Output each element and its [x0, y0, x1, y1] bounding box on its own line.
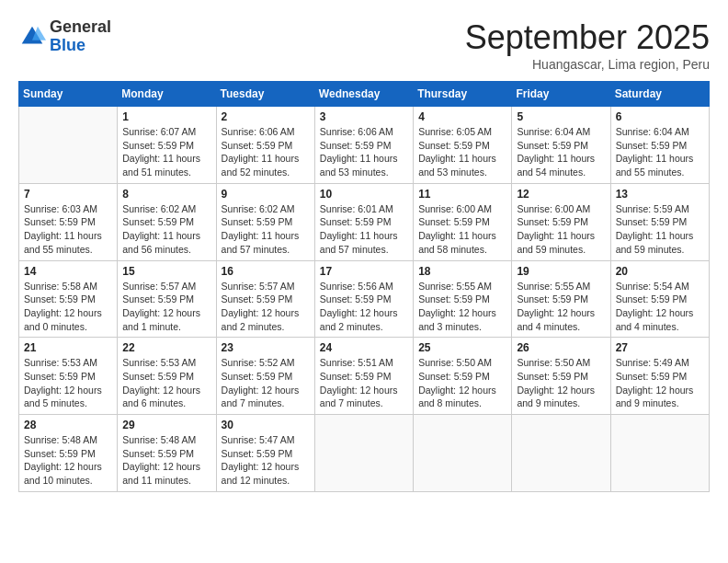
day-number: 16 — [222, 265, 310, 278]
day-number: 6 — [616, 110, 704, 123]
day-cell: 13Sunrise: 5:59 AMSunset: 5:59 PMDayligh… — [610, 183, 709, 260]
header-cell-friday: Friday — [512, 82, 610, 107]
day-info: Sunrise: 5:50 AMSunset: 5:59 PMDaylight:… — [517, 356, 605, 410]
calendar-table: SundayMondayTuesdayWednesdayThursdayFrid… — [18, 81, 710, 492]
header-cell-sunday: Sunday — [19, 82, 118, 107]
day-number: 22 — [122, 341, 210, 354]
day-info: Sunrise: 5:55 AMSunset: 5:59 PMDaylight:… — [418, 280, 506, 334]
day-number: 7 — [24, 188, 112, 201]
day-info: Sunrise: 5:51 AMSunset: 5:59 PMDaylight:… — [320, 356, 408, 410]
day-number: 12 — [517, 188, 605, 201]
logo-blue: Blue — [50, 37, 111, 55]
day-info: Sunrise: 5:58 AMSunset: 5:59 PMDaylight:… — [24, 280, 112, 334]
day-info: Sunrise: 6:00 AMSunset: 5:59 PMDaylight:… — [517, 202, 605, 257]
day-number: 27 — [616, 341, 704, 354]
day-cell: 12Sunrise: 6:00 AMSunset: 5:59 PMDayligh… — [512, 183, 610, 260]
day-cell: 20Sunrise: 5:54 AMSunset: 5:59 PMDayligh… — [610, 260, 709, 338]
day-cell — [512, 415, 610, 492]
day-number: 17 — [320, 265, 408, 278]
day-cell — [414, 415, 512, 492]
logo: General Blue — [18, 18, 111, 55]
day-info: Sunrise: 6:06 AMSunset: 5:59 PMDaylight:… — [222, 125, 310, 179]
day-number: 28 — [24, 419, 112, 431]
day-info: Sunrise: 5:47 AMSunset: 5:59 PMDaylight:… — [222, 433, 310, 488]
day-cell — [314, 415, 413, 492]
day-info: Sunrise: 5:55 AMSunset: 5:59 PMDaylight:… — [517, 280, 605, 334]
day-cell: 11Sunrise: 6:00 AMSunset: 5:59 PMDayligh… — [414, 183, 512, 260]
header-cell-wednesday: Wednesday — [314, 82, 413, 107]
day-cell: 25Sunrise: 5:50 AMSunset: 5:59 PMDayligh… — [414, 338, 512, 415]
day-cell: 7Sunrise: 6:03 AMSunset: 5:59 PMDaylight… — [19, 183, 118, 260]
day-cell: 16Sunrise: 5:57 AMSunset: 5:59 PMDayligh… — [216, 260, 314, 338]
logo-general: General — [50, 18, 111, 37]
day-info: Sunrise: 5:59 AMSunset: 5:59 PMDaylight:… — [616, 202, 704, 257]
day-cell — [610, 415, 709, 492]
day-number: 3 — [320, 110, 408, 123]
day-info: Sunrise: 6:04 AMSunset: 5:59 PMDaylight:… — [517, 125, 605, 179]
day-number: 25 — [418, 341, 506, 354]
calendar-header: SundayMondayTuesdayWednesdayThursdayFrid… — [19, 82, 710, 107]
day-cell: 10Sunrise: 6:01 AMSunset: 5:59 PMDayligh… — [314, 183, 413, 260]
title-section: September 2025 Huangascar, Lima region, … — [465, 18, 710, 72]
day-info: Sunrise: 5:54 AMSunset: 5:59 PMDaylight:… — [616, 280, 704, 334]
day-number: 15 — [122, 265, 210, 278]
day-info: Sunrise: 5:52 AMSunset: 5:59 PMDaylight:… — [222, 356, 310, 410]
day-number: 10 — [320, 188, 408, 201]
header-cell-saturday: Saturday — [610, 82, 709, 107]
day-cell: 30Sunrise: 5:47 AMSunset: 5:59 PMDayligh… — [216, 415, 314, 492]
day-cell: 8Sunrise: 6:02 AMSunset: 5:59 PMDaylight… — [118, 183, 216, 260]
day-number: 18 — [418, 265, 506, 278]
day-number: 8 — [122, 188, 210, 201]
day-info: Sunrise: 5:53 AMSunset: 5:59 PMDaylight:… — [24, 356, 112, 410]
day-number: 1 — [122, 110, 210, 123]
day-cell: 1Sunrise: 6:07 AMSunset: 5:59 PMDaylight… — [118, 107, 216, 184]
day-info: Sunrise: 5:49 AMSunset: 5:59 PMDaylight:… — [616, 356, 704, 410]
page-header: General Blue September 2025 Huangascar, … — [18, 18, 710, 72]
day-cell: 6Sunrise: 6:04 AMSunset: 5:59 PMDaylight… — [610, 107, 709, 184]
day-number: 24 — [320, 341, 408, 354]
day-info: Sunrise: 6:05 AMSunset: 5:59 PMDaylight:… — [418, 125, 506, 179]
day-cell: 17Sunrise: 5:56 AMSunset: 5:59 PMDayligh… — [314, 260, 413, 338]
day-info: Sunrise: 5:50 AMSunset: 5:59 PMDaylight:… — [418, 356, 506, 410]
logo-icon — [18, 23, 46, 51]
day-number: 11 — [418, 188, 506, 201]
month-title: September 2025 — [465, 18, 710, 57]
day-info: Sunrise: 5:48 AMSunset: 5:59 PMDaylight:… — [122, 433, 210, 488]
day-cell: 9Sunrise: 6:02 AMSunset: 5:59 PMDaylight… — [216, 183, 314, 260]
day-info: Sunrise: 6:00 AMSunset: 5:59 PMDaylight:… — [418, 202, 506, 257]
day-cell: 18Sunrise: 5:55 AMSunset: 5:59 PMDayligh… — [414, 260, 512, 338]
header-cell-thursday: Thursday — [414, 82, 512, 107]
day-info: Sunrise: 5:56 AMSunset: 5:59 PMDaylight:… — [320, 280, 408, 334]
logo-text: General Blue — [50, 18, 111, 55]
day-info: Sunrise: 6:06 AMSunset: 5:59 PMDaylight:… — [320, 125, 408, 179]
day-number: 30 — [222, 419, 310, 431]
day-number: 9 — [222, 188, 310, 201]
day-info: Sunrise: 5:57 AMSunset: 5:59 PMDaylight:… — [222, 280, 310, 334]
header-cell-monday: Monday — [118, 82, 216, 107]
day-cell: 26Sunrise: 5:50 AMSunset: 5:59 PMDayligh… — [512, 338, 610, 415]
day-cell: 5Sunrise: 6:04 AMSunset: 5:59 PMDaylight… — [512, 107, 610, 184]
day-cell: 15Sunrise: 5:57 AMSunset: 5:59 PMDayligh… — [118, 260, 216, 338]
day-number: 23 — [222, 341, 310, 354]
day-cell: 23Sunrise: 5:52 AMSunset: 5:59 PMDayligh… — [216, 338, 314, 415]
day-number: 13 — [616, 188, 704, 201]
day-number: 5 — [517, 110, 605, 123]
day-number: 21 — [24, 341, 112, 354]
day-cell: 22Sunrise: 5:53 AMSunset: 5:59 PMDayligh… — [118, 338, 216, 415]
day-number: 2 — [222, 110, 310, 123]
day-info: Sunrise: 6:04 AMSunset: 5:59 PMDaylight:… — [616, 125, 704, 179]
location: Huangascar, Lima region, Peru — [465, 57, 710, 72]
day-cell: 28Sunrise: 5:48 AMSunset: 5:59 PMDayligh… — [19, 415, 118, 492]
day-number: 4 — [418, 110, 506, 123]
day-number: 29 — [122, 419, 210, 431]
day-info: Sunrise: 5:53 AMSunset: 5:59 PMDaylight:… — [122, 356, 210, 410]
day-info: Sunrise: 6:07 AMSunset: 5:59 PMDaylight:… — [122, 125, 210, 179]
day-info: Sunrise: 6:03 AMSunset: 5:59 PMDaylight:… — [24, 202, 112, 257]
day-cell: 24Sunrise: 5:51 AMSunset: 5:59 PMDayligh… — [314, 338, 413, 415]
day-number: 14 — [24, 265, 112, 278]
header-cell-tuesday: Tuesday — [216, 82, 314, 107]
week-row-4: 21Sunrise: 5:53 AMSunset: 5:59 PMDayligh… — [19, 338, 710, 415]
day-cell: 14Sunrise: 5:58 AMSunset: 5:59 PMDayligh… — [19, 260, 118, 338]
day-cell: 4Sunrise: 6:05 AMSunset: 5:59 PMDaylight… — [414, 107, 512, 184]
day-cell: 3Sunrise: 6:06 AMSunset: 5:59 PMDaylight… — [314, 107, 413, 184]
